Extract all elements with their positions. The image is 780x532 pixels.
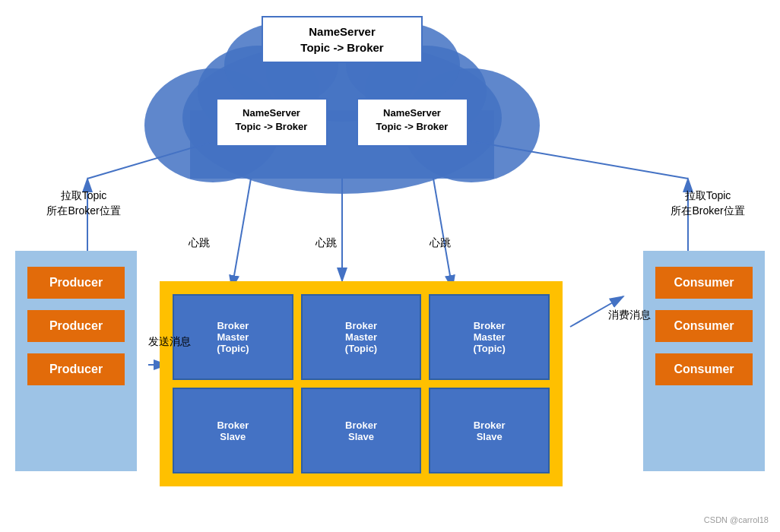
ns-sub1-box — [217, 99, 327, 146]
svg-point-6 — [224, 23, 338, 106]
svg-text:Topic -> Broker: Topic -> Broker — [236, 121, 308, 132]
broker-slave-2: BrokerSlave — [301, 388, 422, 473]
producer-area: Producer Producer Producer — [15, 251, 137, 471]
svg-point-0 — [182, 42, 502, 194]
producer-box-2: Producer — [27, 310, 125, 342]
consumer-box-1: Consumer — [655, 267, 753, 299]
svg-text:Topic -> Broker: Topic -> Broker — [376, 121, 449, 132]
label-pull-topic-left: 拉取Topic所在Broker位置 — [38, 188, 129, 218]
label-pull-topic-right: 拉取Topic所在Broker位置 — [658, 188, 757, 218]
consumer-box-2: Consumer — [655, 310, 753, 342]
producer-box-3: Producer — [27, 353, 125, 385]
broker-area: BrokerMaster(Topic) BrokerMaster(Topic) … — [160, 281, 563, 486]
ns-main-text2: Topic -> Broker — [300, 41, 383, 54]
ns-sub2-box — [357, 99, 468, 146]
svg-point-5 — [266, 23, 418, 122]
producer-box-1: Producer — [27, 267, 125, 299]
label-consume-message: 消费消息 — [608, 308, 651, 323]
svg-point-4 — [365, 46, 487, 137]
svg-point-7 — [346, 23, 460, 106]
svg-point-1 — [144, 68, 281, 182]
svg-point-3 — [198, 46, 319, 137]
broker-master-row: BrokerMaster(Topic) BrokerMaster(Topic) … — [173, 294, 550, 380]
ns-main-text1: NameServer — [309, 25, 376, 38]
broker-slave-row: BrokerSlave BrokerSlave BrokerSlave — [173, 388, 550, 473]
svg-text:NameServer: NameServer — [243, 107, 300, 119]
svg-text:NameServer: NameServer — [383, 107, 441, 119]
broker-slave-1: BrokerSlave — [173, 388, 293, 473]
broker-slave-3: BrokerSlave — [429, 388, 550, 473]
svg-point-2 — [403, 68, 540, 182]
consumer-box-3: Consumer — [655, 353, 753, 385]
label-heartbeat-middle: 心跳 — [315, 236, 337, 251]
svg-line-17 — [232, 179, 251, 289]
watermark: CSDN @carrol18 — [704, 515, 769, 524]
svg-line-14 — [87, 141, 217, 179]
svg-rect-8 — [190, 110, 494, 179]
label-heartbeat-left: 心跳 — [189, 236, 210, 251]
broker-master-2: BrokerMaster(Topic) — [301, 294, 422, 380]
consumer-area: Consumer Consumer Consumer — [643, 251, 765, 471]
label-heartbeat-right: 心跳 — [430, 236, 451, 251]
broker-master-3: BrokerMaster(Topic) — [429, 294, 550, 380]
cloud-group — [144, 23, 540, 194]
ns-main-box — [262, 17, 422, 62]
label-send-message: 发送消息 — [148, 334, 191, 350]
svg-line-19 — [433, 179, 452, 289]
svg-line-16 — [468, 141, 688, 179]
diagram-container: NameServer Topic -> Broker NameServer To… — [0, 0, 780, 532]
